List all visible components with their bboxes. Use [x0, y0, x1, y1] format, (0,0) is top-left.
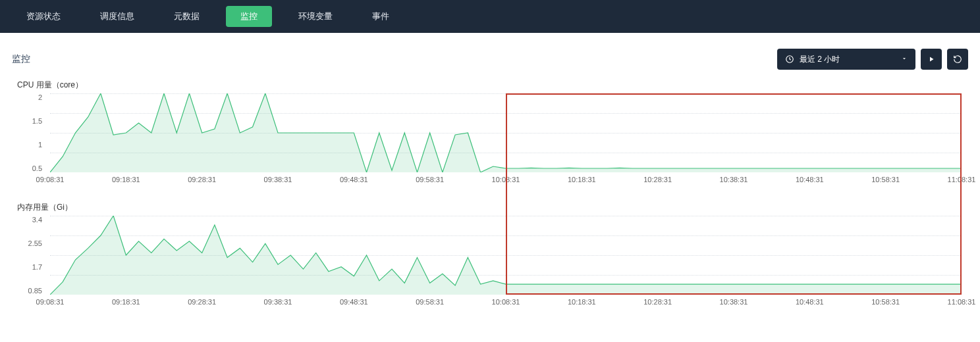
tab-bar: 资源状态调度信息元数据监控环境变量事件 — [0, 0, 980, 33]
section-title: 监控 — [12, 53, 30, 65]
plot-area — [50, 216, 962, 295]
y-axis-labels: 3.42.551.70.85 — [12, 216, 46, 295]
chart-wrap: 21.510.509:08:3109:18:3109:28:3109:38:31… — [12, 93, 968, 189]
clock-icon — [785, 55, 794, 64]
chart-cpu: CPU 用量（core）21.510.509:08:3109:18:3109:2… — [12, 80, 968, 189]
tab-4[interactable]: 环境变量 — [279, 0, 352, 33]
chart-svg — [50, 216, 962, 295]
x-axis-labels: 09:08:3109:18:3109:28:3109:38:3109:48:31… — [50, 176, 962, 187]
tab-3[interactable]: 监控 — [226, 6, 272, 27]
monitoring-content: 监控 最近 2 小时 CPU 用量（core）21.510.50 — [0, 36, 980, 331]
tab-1[interactable]: 调度信息 — [80, 0, 154, 33]
refresh-button[interactable] — [947, 49, 968, 70]
header-row: 监控 最近 2 小时 — [12, 49, 968, 70]
tab-5[interactable]: 事件 — [352, 0, 409, 33]
plot-area — [50, 93, 962, 172]
time-range-label: 最近 2 小时 — [800, 54, 840, 65]
tab-2[interactable]: 元数据 — [154, 0, 219, 33]
play-button[interactable] — [921, 49, 942, 70]
chart-svg — [50, 93, 962, 172]
chevron-down-icon — [901, 55, 908, 64]
x-axis-labels: 09:08:3109:18:3109:28:3109:38:3109:48:31… — [50, 298, 962, 310]
controls: 最近 2 小时 — [777, 49, 968, 70]
chart-title: CPU 用量（core） — [12, 80, 968, 91]
time-range-select[interactable]: 最近 2 小时 — [777, 49, 915, 70]
tab-0[interactable]: 资源状态 — [7, 0, 80, 33]
y-axis-labels: 21.510.5 — [12, 93, 46, 172]
chart-memory: 内存用量（Gi）3.42.551.70.8509:08:3109:18:3109… — [12, 202, 968, 311]
chart-title: 内存用量（Gi） — [12, 202, 968, 213]
chart-wrap: 3.42.551.70.8509:08:3109:18:3109:28:3109… — [12, 216, 968, 311]
